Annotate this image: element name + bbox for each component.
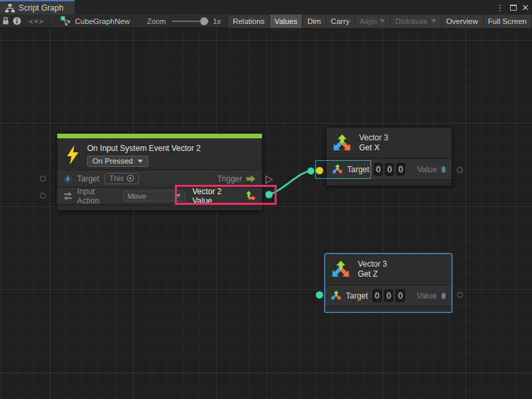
info-icon <box>13 17 21 25</box>
vector3-icon <box>332 261 350 279</box>
trigger-label: Trigger <box>217 174 242 184</box>
event-target-input-port[interactable] <box>40 176 46 182</box>
self-target-icon <box>126 174 134 182</box>
input-system-icon <box>63 174 72 184</box>
chevron-down-icon <box>380 19 385 23</box>
event-node-header: On Input System Event Vector 2 On Presse… <box>57 138 262 170</box>
relations-button[interactable]: Relations <box>228 15 270 28</box>
getz-value-label: Value <box>417 291 437 301</box>
getx-field-x[interactable]: 0 <box>374 163 382 176</box>
zoom-level-value: 1x <box>213 17 221 25</box>
vector3-icon <box>333 134 351 152</box>
chevron-down-icon <box>431 19 436 23</box>
zoom-slider-handle[interactable] <box>200 17 208 25</box>
lightning-bolt-icon <box>66 143 80 165</box>
getx-value-label: Value <box>417 165 437 174</box>
getz-value-port-dot[interactable] <box>442 293 446 299</box>
getx-field-y[interactable]: 0 <box>385 163 394 176</box>
tab-bar: Script Graph ⋮ ✕ <box>0 0 532 15</box>
graph-canvas[interactable]: On Input System Event Vector 2 On Presse… <box>0 28 532 399</box>
getz-field-x[interactable]: 0 <box>372 289 381 302</box>
toolbar-button-row: Relations Values Dim Carry Align Distrib… <box>227 15 532 28</box>
getz-value-output-port[interactable] <box>457 292 463 298</box>
getz-category-label: Vector 3 <box>358 259 387 269</box>
getz-title-label: Get Z <box>358 269 387 279</box>
event-node-title: On Input System Event Vector 2 <box>87 143 201 153</box>
getx-node-footer <box>327 180 452 186</box>
getz-target-input-port[interactable] <box>316 291 323 299</box>
zoom-slider[interactable] <box>172 15 209 28</box>
getx-value-output-port[interactable] <box>457 167 463 173</box>
event-action-input-port[interactable] <box>40 193 46 199</box>
tab-script-graph[interactable]: Script Graph <box>0 0 74 15</box>
script-graph-window: Script Graph ⋮ ✕ <×> <box>0 0 532 399</box>
lock-icon <box>2 17 9 25</box>
graph-toolbar: <×> CubeGraphNew Zoom 1x Relations Value… <box>0 15 532 28</box>
values-button[interactable]: Values <box>270 15 303 28</box>
node-vector3-get-z[interactable]: Vector 3 Get Z Target 0 0 0 Value <box>325 253 452 313</box>
input-action-label: Input Action <box>77 187 118 205</box>
trigger-output-port[interactable] <box>265 175 273 184</box>
getz-node-footer <box>325 306 452 312</box>
getx-value-port-dot[interactable] <box>442 166 446 173</box>
getz-node-header: Vector 3 Get Z <box>325 254 452 285</box>
align-dropdown-button[interactable]: Align <box>355 15 391 28</box>
connection-end-dot <box>307 168 314 174</box>
edges-layer <box>0 28 532 399</box>
graph-asset-icon <box>61 16 71 27</box>
getx-node-header: Vector 3 Get X <box>327 128 452 158</box>
window-close-icon[interactable]: ✕ <box>520 0 531 15</box>
tab-label: Script Graph <box>19 3 63 13</box>
graph-asset-name: CubeGraphNew <box>75 17 130 25</box>
input-action-icon <box>63 192 72 201</box>
getx-target-input-port[interactable] <box>316 167 323 174</box>
trigger-arrow-icon <box>246 175 256 183</box>
code-icon: <×> <box>29 17 44 25</box>
carry-button[interactable]: Carry <box>327 15 355 28</box>
graph-hierarchy-icon <box>5 4 15 13</box>
zoom-label: Zoom <box>147 17 166 25</box>
getx-title-label: Get X <box>359 143 388 153</box>
vector3-small-icon <box>331 291 341 301</box>
window-menu-icon[interactable]: ⋮ <box>495 0 505 15</box>
target-label: Target <box>77 174 99 184</box>
event-mode-dropdown[interactable]: On Pressed <box>87 156 148 167</box>
info-button[interactable] <box>11 15 23 28</box>
event-accent-bar <box>57 134 262 138</box>
getx-category-label: Vector 3 <box>359 133 388 143</box>
getz-field-z[interactable]: 0 <box>396 289 404 302</box>
lock-button[interactable] <box>0 15 11 28</box>
chevron-down-icon <box>138 160 143 163</box>
full-screen-button[interactable]: Full Screen <box>483 15 532 28</box>
dim-button[interactable]: Dim <box>303 15 326 28</box>
overview-button[interactable]: Overview <box>442 15 483 28</box>
getx-field-z[interactable]: 0 <box>396 163 405 176</box>
getz-port-row: Target 0 0 0 Value <box>325 285 452 306</box>
window-maximize-icon[interactable] <box>508 0 519 15</box>
graph-asset-breadcrumb[interactable]: CubeGraphNew <box>61 16 130 27</box>
target-this-chip[interactable]: This <box>104 173 139 184</box>
code-preview-button[interactable]: <×> <box>24 15 50 28</box>
distribute-dropdown-button[interactable]: Distribute <box>390 15 442 28</box>
hint-highlight-box <box>175 185 277 205</box>
getz-target-label: Target <box>346 291 368 301</box>
port-hover-highlight-box <box>315 160 371 179</box>
getz-field-y[interactable]: 0 <box>384 289 393 302</box>
